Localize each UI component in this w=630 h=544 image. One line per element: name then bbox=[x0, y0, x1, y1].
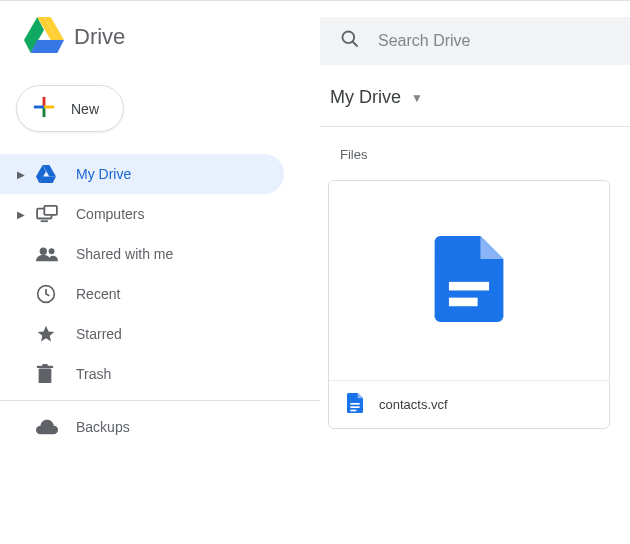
search-icon bbox=[340, 29, 360, 53]
svg-rect-2 bbox=[34, 106, 44, 109]
sidebar-item-backups[interactable]: Backups bbox=[0, 407, 284, 447]
svg-rect-17 bbox=[350, 403, 359, 405]
svg-rect-10 bbox=[39, 369, 52, 384]
file-name: contacts.vcf bbox=[379, 397, 448, 412]
app-title: Drive bbox=[74, 24, 125, 50]
new-button[interactable]: New bbox=[16, 85, 124, 132]
sidebar-item-computers[interactable]: ▶ Computers bbox=[0, 194, 284, 234]
file-document-icon bbox=[347, 393, 363, 416]
file-document-icon bbox=[434, 236, 504, 326]
recent-icon bbox=[32, 284, 76, 304]
svg-rect-12 bbox=[42, 364, 47, 367]
sidebar-item-starred[interactable]: Starred bbox=[0, 314, 284, 354]
sidebar-nav: ▶ My Drive ▶ bbox=[0, 154, 320, 394]
sidebar-item-my-drive[interactable]: ▶ My Drive bbox=[0, 154, 284, 194]
file-card[interactable]: contacts.vcf bbox=[328, 180, 610, 429]
sidebar-item-shared[interactable]: Shared with me bbox=[0, 234, 284, 274]
file-preview bbox=[329, 181, 609, 381]
svg-point-8 bbox=[49, 248, 55, 254]
svg-rect-16 bbox=[449, 297, 478, 306]
sidebar-item-label: Shared with me bbox=[76, 246, 284, 262]
shared-icon bbox=[32, 246, 76, 262]
svg-rect-5 bbox=[44, 206, 57, 215]
sidebar-item-label: Starred bbox=[76, 326, 284, 342]
sidebar-item-label: Recent bbox=[76, 286, 284, 302]
svg-rect-1 bbox=[43, 107, 46, 117]
svg-point-13 bbox=[343, 32, 355, 44]
svg-rect-18 bbox=[350, 406, 359, 408]
breadcrumb[interactable]: My Drive ▼ bbox=[320, 65, 630, 127]
search-input[interactable] bbox=[378, 32, 630, 50]
sidebar-item-label: Trash bbox=[76, 366, 284, 382]
sidebar-item-label: Computers bbox=[76, 206, 284, 222]
star-icon bbox=[32, 324, 76, 344]
svg-rect-3 bbox=[44, 106, 54, 109]
svg-rect-19 bbox=[350, 410, 356, 412]
file-footer: contacts.vcf bbox=[329, 381, 609, 428]
chevron-right-icon: ▶ bbox=[10, 169, 32, 180]
plus-multicolor-icon bbox=[31, 94, 57, 123]
search-bar[interactable] bbox=[320, 17, 630, 65]
chevron-right-icon: ▶ bbox=[10, 209, 32, 220]
section-label-files: Files bbox=[320, 127, 630, 180]
sidebar-item-recent[interactable]: Recent bbox=[0, 274, 284, 314]
drive-logo-icon bbox=[24, 17, 64, 57]
logo-row: Drive bbox=[0, 17, 320, 57]
sidebar-item-label: Backups bbox=[76, 419, 284, 435]
breadcrumb-current: My Drive bbox=[330, 87, 401, 108]
divider bbox=[0, 400, 320, 401]
svg-rect-15 bbox=[449, 281, 489, 290]
drive-logo-icon bbox=[32, 165, 76, 183]
svg-line-14 bbox=[353, 42, 358, 47]
cloud-icon bbox=[32, 419, 76, 435]
svg-point-7 bbox=[40, 248, 47, 255]
computers-icon bbox=[32, 205, 76, 223]
sidebar-item-label: My Drive bbox=[76, 166, 284, 182]
trash-icon bbox=[32, 364, 76, 384]
sidebar-item-trash[interactable]: Trash bbox=[0, 354, 284, 394]
new-button-label: New bbox=[71, 101, 99, 117]
svg-rect-0 bbox=[43, 97, 46, 107]
caret-down-icon: ▼ bbox=[411, 91, 423, 105]
